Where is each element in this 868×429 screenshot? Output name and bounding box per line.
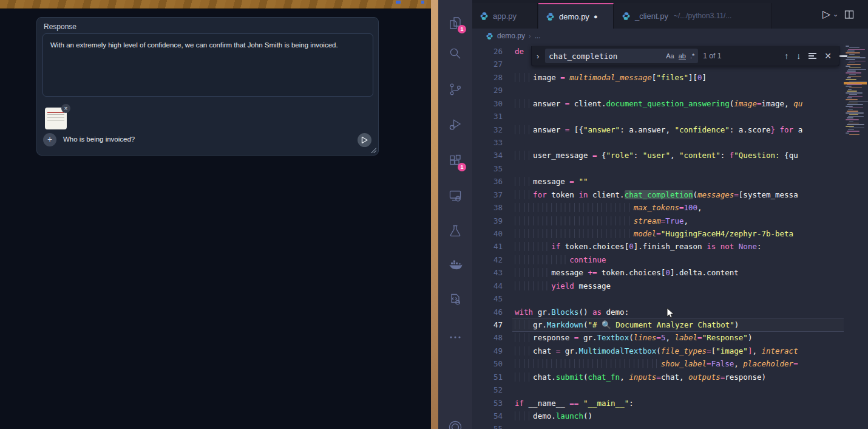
code-line[interactable]: answer = client.document_question_answer… (515, 97, 802, 110)
line-number[interactable]: 36 (472, 175, 503, 188)
code-line[interactable]: image = multimodal_message["files"][0] (515, 71, 707, 84)
code-line[interactable]: yield message (515, 280, 611, 292)
match-case-toggle[interactable]: Aa (666, 52, 674, 60)
testing-icon[interactable] (448, 224, 463, 238)
code-line[interactable]: chat.submit(chat_fn, inputs=chat, output… (515, 371, 766, 383)
code-line[interactable]: model="HuggingFaceH4/zephyr-7b-beta (515, 227, 793, 240)
breadcrumb-file[interactable]: demo.py (497, 32, 525, 40)
line-number[interactable]: 37 (472, 188, 503, 201)
find-close-button[interactable]: ✕ (824, 51, 832, 61)
textarea-resize-handle[interactable] (371, 148, 376, 153)
tab-bar: app.py demo.py ● _client.py ~/.../python… (472, 0, 868, 29)
line-number[interactable]: 44 (472, 280, 503, 292)
tab-client-py[interactable]: _client.py ~/.../python3.11/... (614, 3, 772, 29)
code-line[interactable]: with gr.Blocks() as demo: (515, 306, 629, 318)
regex-toggle[interactable]: .* (690, 52, 694, 60)
code-line[interactable]: de (515, 45, 524, 58)
line-number[interactable]: 50 (472, 357, 503, 370)
find-in-selection-button[interactable] (809, 52, 816, 60)
minimap-row (846, 52, 860, 53)
add-file-button[interactable]: + (43, 133, 56, 146)
code-line[interactable]: response = gr.Textbox(lines=5, label="Re… (515, 331, 752, 344)
more-views-icon[interactable] (448, 330, 463, 345)
explorer-icon[interactable]: 1 (448, 16, 463, 30)
python-icon (486, 32, 493, 40)
code-line[interactable]: show_label=False, placeholder= (515, 357, 798, 370)
code-line[interactable]: user_message = {"role": "user", "content… (515, 149, 798, 162)
dev-tools-icon[interactable] (448, 292, 463, 307)
line-number[interactable]: 40 (472, 227, 503, 240)
line-number[interactable]: 33 (472, 136, 503, 149)
code-line[interactable]: max_tokens=100, (515, 201, 702, 214)
code-line[interactable]: if __name__ == "__main__": (515, 397, 634, 410)
line-number[interactable]: 26 (472, 45, 503, 58)
python-icon (480, 12, 489, 21)
line-number[interactable]: 29 (472, 84, 503, 97)
remote-explorer-icon[interactable] (448, 188, 463, 203)
line-number[interactable]: 28 (472, 71, 503, 84)
line-number[interactable]: 41 (472, 240, 503, 253)
line-number[interactable]: 51 (472, 371, 503, 383)
code-line[interactable]: demo.launch() (515, 410, 592, 422)
line-number[interactable]: 54 (472, 410, 503, 422)
line-number[interactable]: 42 (472, 253, 503, 266)
code-line[interactable]: gr.Markdown("# 🔍 Document Analyzer Chatb… (515, 318, 739, 331)
search-icon[interactable] (448, 46, 463, 61)
run-dropdown-chevron-icon[interactable]: ⌄ (833, 10, 838, 18)
extensions-icon[interactable]: 1 (448, 154, 463, 168)
code-line[interactable]: message = "" (515, 175, 588, 188)
explorer-badge: 1 (458, 25, 466, 33)
line-number[interactable]: 38 (472, 201, 503, 214)
docker-icon[interactable] (448, 258, 463, 273)
find-previous-button[interactable]: ↑ (784, 51, 788, 61)
code-line[interactable]: for token in client.chat_completion(mess… (515, 188, 798, 201)
wallpaper-artifact (396, 1, 401, 4)
find-collapse-chevron-icon[interactable]: › (535, 52, 540, 61)
minimap[interactable] (844, 43, 868, 429)
chat-input[interactable]: Who is being invoiced? (63, 136, 135, 143)
line-number[interactable]: 48 (472, 331, 503, 344)
minimap-row (849, 128, 864, 129)
line-number[interactable]: 39 (472, 214, 503, 227)
whole-word-toggle[interactable]: ab (679, 52, 686, 60)
tab-app-py[interactable]: app.py (472, 3, 538, 29)
line-number[interactable]: 49 (472, 345, 503, 357)
minimap-row (847, 97, 852, 98)
line-number[interactable]: 31 (472, 110, 503, 123)
tab-demo-py[interactable]: demo.py ● (538, 3, 614, 29)
line-number[interactable]: 32 (472, 123, 503, 136)
code-line[interactable]: continue (515, 253, 606, 266)
send-button[interactable] (358, 133, 371, 147)
line-number[interactable]: 27 (472, 58, 503, 70)
run-python-file-button[interactable]: ▷ (822, 8, 830, 21)
breadcrumb-symbol[interactable]: ... (535, 32, 541, 40)
source-control-icon[interactable] (448, 82, 463, 97)
response-textarea[interactable]: With an extremely high level of confiden… (42, 33, 373, 97)
code-area[interactable]: 26de2728 image = multimodal_message["fil… (472, 43, 844, 429)
find-query-text[interactable]: chat_completion (549, 52, 662, 61)
line-number[interactable]: 43 (472, 266, 503, 279)
split-editor-icon[interactable] (844, 10, 854, 19)
remove-attachment-button[interactable]: × (61, 104, 70, 113)
minimap-row (846, 132, 849, 134)
line-number[interactable]: 35 (472, 162, 503, 175)
code-line[interactable]: answer = [{"answer": a.answer, "confiden… (515, 123, 802, 136)
find-input[interactable]: chat_completion Aa ab .* (545, 49, 698, 63)
line-number[interactable]: 47 (472, 318, 503, 331)
line-number[interactable]: 30 (472, 97, 503, 110)
code-line[interactable]: stream=True, (515, 214, 688, 227)
minimap-row (847, 84, 862, 85)
account-icon[interactable] (448, 419, 463, 429)
line-number[interactable]: 52 (472, 383, 503, 396)
line-number[interactable]: 34 (472, 149, 503, 162)
code-line[interactable]: message += token.choices[0].delta.conten… (515, 266, 739, 279)
code-line[interactable]: if token.choices[0].finish_reason is not… (515, 240, 761, 253)
line-number[interactable]: 45 (472, 292, 503, 305)
code-line[interactable]: chat = gr.MultimodalTextbox(file_types=[… (515, 345, 798, 357)
line-number[interactable]: 53 (472, 397, 503, 410)
minimap-row (848, 76, 861, 77)
find-next-button[interactable]: ↓ (796, 51, 801, 61)
line-number[interactable]: 46 (472, 306, 503, 318)
run-debug-icon[interactable] (448, 117, 463, 132)
line-number[interactable]: 55 (472, 422, 503, 429)
